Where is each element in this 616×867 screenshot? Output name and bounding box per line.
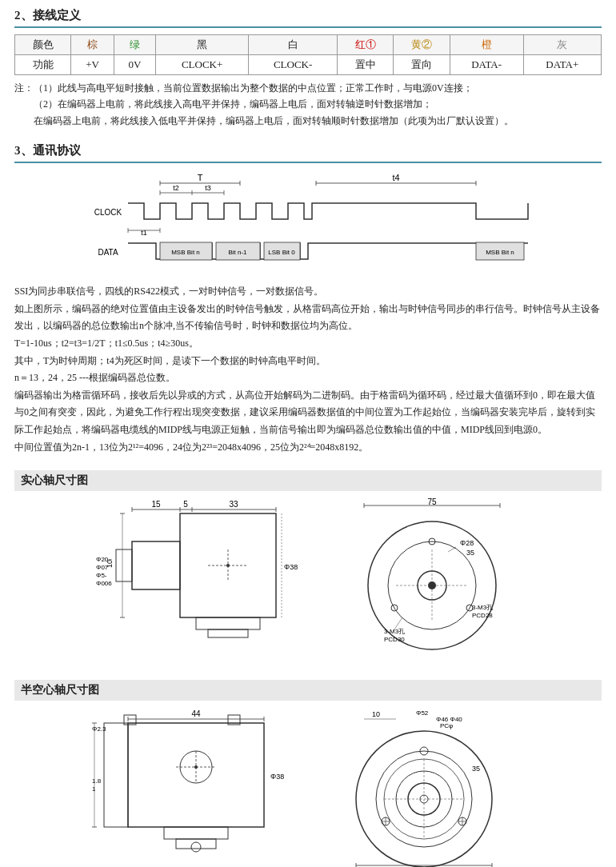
solid-shaft-diagrams: 15 5 33 Φ20~ Φ07 Φ5- Φ006 Φ38 <box>14 497 602 665</box>
proto-line-1: SSI为同步串联信号，四线的RS422模式，一对时钟信号，一对数据信号。 <box>14 283 602 301</box>
proto-line-2: 如上图所示，编码器的绝对位置值由主设备发出的时钟信号触发，从格雷码高位开始，输出… <box>14 301 602 335</box>
svg-rect-38 <box>132 541 180 589</box>
svg-text:35: 35 <box>472 765 480 773</box>
svg-text:t3: t3 <box>205 184 211 192</box>
protocol-text: SSI为同步串联信号，四线的RS422模式，一对时钟信号，一对数据信号。 如上图… <box>14 283 602 456</box>
solid-shaft-left: 15 5 33 Φ20~ Φ07 Φ5- Φ006 Φ38 <box>92 497 324 665</box>
svg-point-42 <box>226 564 230 567</box>
hollow-shaft-title: 半空心轴尺寸图 <box>14 680 602 701</box>
hollow-shaft-section: 半空心轴尺寸图 44 <box>14 680 602 867</box>
table-header-row: 颜色 棕 绿 黑 白 红① 黄② 橙 灰 <box>15 35 602 55</box>
svg-text:75: 75 <box>427 497 437 506</box>
func-data-minus: DATA- <box>450 55 523 75</box>
proto-line-5: n＝13，24，25 ---根据编码器总位数。 <box>14 370 602 387</box>
timing-diagram: T t2 t3 t4 CLOCK t1 DATA <box>84 171 532 275</box>
proto-line-4: 其中，T为时钟周期；t4为死区时间，是读下一个数据的时钟高电平时间。 <box>14 353 602 370</box>
col-brown: 棕 <box>71 35 114 55</box>
svg-text:44: 44 <box>191 709 201 718</box>
svg-line-69 <box>448 547 456 552</box>
svg-point-86 <box>194 765 198 769</box>
svg-text:3-M3孔: 3-M3孔 <box>472 604 493 611</box>
hollow-shaft-left: 44 Φ2.3 1.8 1 Φ38 <box>88 707 320 867</box>
svg-text:PCφ: PCφ <box>440 722 453 729</box>
proto-line-3: T=1-10us；t2=t3=1/2T；t1≤0.5us；t4≥30us。 <box>14 335 602 353</box>
svg-text:PCD28: PCD28 <box>472 612 493 619</box>
func-data-plus: DATA+ <box>523 55 601 75</box>
svg-rect-49 <box>196 617 260 629</box>
col-white: 白 <box>249 35 338 55</box>
solid-shaft-right: 75 Φ28 35 3-M3孔 PCD28 3-M3孔 P <box>340 497 524 665</box>
svg-text:LSB Bit 0: LSB Bit 0 <box>268 249 295 256</box>
svg-text:T: T <box>198 173 203 182</box>
func-direction: 置向 <box>394 55 450 75</box>
svg-text:CLOCK: CLOCK <box>94 208 122 217</box>
col-yellow: 黄② <box>394 35 450 55</box>
func-clock-minus: CLOCK- <box>249 55 338 75</box>
svg-point-90 <box>191 842 201 852</box>
svg-text:10: 10 <box>106 560 114 568</box>
hollow-shaft-right: 10 Φ52 Φ46 Φ40 PCφ 35 <box>336 707 528 867</box>
function-label: 功能 <box>15 55 71 75</box>
svg-text:Bit n-1: Bit n-1 <box>228 249 247 256</box>
svg-text:Φ38: Φ38 <box>270 773 284 781</box>
svg-text:DATA: DATA <box>98 248 118 257</box>
wiring-notes: 注：（1）此线与高电平短时接触，当前位置数据输出为整个数据的中点位置；正常工作时… <box>14 80 602 129</box>
svg-text:33: 33 <box>229 500 238 509</box>
col-orange: 橙 <box>450 35 523 55</box>
col-color: 颜色 <box>15 35 71 55</box>
svg-text:5: 5 <box>183 500 188 509</box>
col-gray: 灰 <box>523 35 601 55</box>
proto-line-7: 中间位置值为2n-1，13位为2¹²=4096，24位为2²³=2048x409… <box>14 439 602 457</box>
wiring-table: 颜色 棕 绿 黑 白 红① 黄② 橙 灰 功能 +V 0V CLOCK+ CLO… <box>14 34 602 75</box>
svg-text:Φ2.3: Φ2.3 <box>92 725 106 733</box>
col-black: 黑 <box>156 35 249 55</box>
svg-text:MSB Bit n: MSB Bit n <box>171 249 200 256</box>
svg-text:t2: t2 <box>173 184 179 192</box>
svg-text:Φ38: Φ38 <box>284 563 298 571</box>
svg-text:Φ52: Φ52 <box>416 709 429 717</box>
svg-text:Φ28: Φ28 <box>460 539 474 547</box>
solid-shaft-title: 实心轴尺寸图 <box>14 470 602 491</box>
note-3: 在编码器上电前，将此线接入低电平并保持，编码器上电后，面对转轴顺时针数据增加（此… <box>14 113 602 129</box>
svg-text:35: 35 <box>466 549 474 557</box>
svg-text:Φ5-: Φ5- <box>96 572 107 579</box>
svg-rect-89 <box>176 839 216 849</box>
svg-text:1.8: 1.8 <box>92 777 102 785</box>
func-pv: +V <box>71 55 114 75</box>
section2-title: 2、接线定义 <box>14 8 602 28</box>
col-red: 红① <box>337 35 393 55</box>
svg-text:t4: t4 <box>392 173 399 182</box>
svg-rect-81 <box>104 723 128 827</box>
svg-text:PCD30: PCD30 <box>384 636 405 643</box>
func-0v: 0V <box>114 55 155 75</box>
svg-text:t1: t1 <box>141 229 147 237</box>
solid-shaft-section: 实心轴尺寸图 15 5 33 Φ20~ Φ07 Φ5- <box>14 470 602 665</box>
section-protocol: 3、通讯协议 T t2 t3 t4 CLOCK t1 DATA <box>14 143 602 456</box>
svg-rect-88 <box>164 827 228 839</box>
func-clock-plus: CLOCK+ <box>156 55 249 75</box>
svg-text:10: 10 <box>372 710 380 718</box>
note-1: 注：（1）此线与高电平短时接触，当前位置数据输出为整个数据的中点位置；正常工作时… <box>14 80 602 96</box>
section3-title: 3、通讯协议 <box>14 143 602 163</box>
svg-text:MSB Bit n: MSB Bit n <box>486 249 514 256</box>
svg-text:3-M3孔: 3-M3孔 <box>384 628 405 635</box>
svg-rect-50 <box>208 629 248 637</box>
svg-text:1: 1 <box>92 785 96 793</box>
section-wiring: 2、接线定义 颜色 棕 绿 黑 白 红① 黄② 橙 灰 功能 +V 0V CLO… <box>14 8 602 129</box>
svg-rect-39 <box>116 549 132 581</box>
svg-text:Φ006: Φ006 <box>96 580 112 587</box>
table-function-row: 功能 +V 0V CLOCK+ CLOCK- 置中 置向 DATA- DATA+ <box>15 55 602 75</box>
func-center: 置中 <box>337 55 393 75</box>
proto-line-6: 编码器输出为格雷循环码，接收后先以异或的方式，从高位开始解码为二进制码。由于格雷… <box>14 387 602 439</box>
note-2: （2）在编码器上电前，将此线接入高电平并保持，编码器上电后，面对转轴逆时针数据增… <box>14 96 602 112</box>
col-green: 绿 <box>114 35 155 55</box>
svg-text:15: 15 <box>151 500 161 509</box>
hollow-shaft-diagrams: 44 Φ2.3 1.8 1 Φ38 <box>14 707 602 867</box>
